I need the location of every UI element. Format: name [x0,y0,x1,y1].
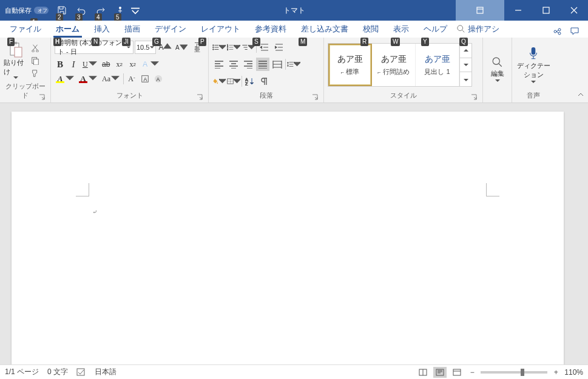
tab-insert[interactable]: 挿入N [87,21,117,38]
close-button[interactable] [560,0,588,21]
tab-review[interactable]: 校閲R [356,21,386,38]
paste-button[interactable]: 貼り付け [4,40,28,81]
ribbon: 貼り付け クリップボード 游明朝 (本文のフォント - 日 10.5 A A ア… [0,38,588,103]
clipboard-dialog-launcher[interactable] [38,94,46,101]
spellcheck-button[interactable] [76,368,86,377]
page-count[interactable]: 1/1 ページ [5,367,39,377]
search-icon [457,25,465,33]
svg-text:Z: Z [245,82,248,86]
superscript-button[interactable]: x2 [127,58,138,71]
svg-point-3 [458,25,463,31]
subscript-button[interactable]: x2 [114,58,125,71]
strikethrough-button[interactable]: ab [101,58,112,71]
svg-point-16 [212,49,214,50]
tab-view[interactable]: 表示W [386,21,416,38]
tab-draw[interactable]: 描画JI [117,21,147,38]
svg-text:3: 3 [227,49,228,51]
italic-button[interactable]: I [68,58,79,71]
tab-layout[interactable]: レイアウトP [194,21,248,38]
align-right-button[interactable] [242,58,255,71]
tab-help[interactable]: ヘルプY [416,21,455,38]
save-button[interactable]: 2 [53,2,70,18]
tab-home[interactable]: ホームH [49,21,87,38]
svg-point-15 [212,47,214,48]
group-editing: 編集 [483,38,512,102]
maximize-button[interactable] [532,0,560,21]
zoom-out-button[interactable]: − [467,368,477,377]
show-marks-button[interactable] [258,75,271,88]
redo-button[interactable]: 4 [92,2,109,18]
document-title: トマト [283,5,305,16]
share-button[interactable]: ZS [552,25,564,38]
increase-indent-button[interactable] [272,41,286,54]
ribbon-tabs: ファイルF ホームH 挿入N 描画JI デザインG レイアウトP 参考資料S 差… [0,21,588,38]
qat-customize[interactable] [131,2,140,18]
editing-button[interactable]: 編集 [487,40,508,99]
shrink-font-button[interactable]: A [174,41,189,54]
collapse-ribbon-button[interactable] [577,91,584,100]
group-clipboard: 貼り付け クリップボード [0,38,51,102]
dictation-button[interactable]: ディクテーション [516,40,551,90]
paragraph-mark: ⤶ [92,209,97,215]
zoom-slider[interactable] [481,371,547,374]
cut-button[interactable] [29,42,41,54]
distributed-button[interactable] [271,58,284,71]
style-no-spacing[interactable]: あア亜 ⌐ 行間詰め [372,44,416,86]
text-effects-button[interactable]: A [141,58,160,71]
word-count[interactable]: 0 文字 [47,367,68,377]
styles-dialog-launcher[interactable] [470,94,478,101]
styles-gallery[interactable]: あア亜 ⌐ 標準 あア亜 ⌐ 行間詰め あア亜 見出し 1 [328,43,472,87]
line-spacing-button[interactable] [287,58,300,71]
copy-button[interactable] [29,55,41,67]
tell-me[interactable]: 操作アシ Q [455,21,507,38]
zoom-in-button[interactable]: + [551,368,561,377]
svg-rect-28 [453,369,461,375]
sort-button[interactable]: AZ [243,75,257,88]
page[interactable]: ⤶ [12,112,564,364]
char-border-button[interactable]: A [140,72,150,86]
group-paragraph: 123 [209,38,324,102]
svg-text:A: A [157,76,160,82]
align-center-button[interactable] [227,58,240,71]
tab-references[interactable]: 参考資料S [248,21,294,38]
paragraph-dialog-launcher[interactable] [311,94,319,101]
print-layout-button[interactable] [433,367,447,378]
style-normal[interactable]: あア亜 ⌐ 標準 [328,44,372,86]
ribbon-display-button[interactable] [456,0,504,21]
web-layout-button[interactable] [450,367,464,378]
borders-button[interactable] [227,75,240,88]
zoom-level[interactable]: 110% [564,368,583,377]
align-left-button[interactable] [212,58,226,71]
undo-button[interactable]: 3 [73,2,90,18]
align-justify-button[interactable] [256,58,269,71]
svg-rect-25 [77,369,84,375]
styles-more[interactable] [459,44,471,86]
touch-mode-button[interactable]: 5 [112,2,129,18]
phonetic-guide-button[interactable]: Aˇ [126,72,137,86]
change-case-button[interactable]: Aa [101,72,121,86]
autosave[interactable]: 自動保存 オフ 1 [5,6,49,15]
read-mode-button[interactable] [416,367,430,378]
tab-file[interactable]: ファイルF [2,21,49,38]
autosave-toggle[interactable]: オフ [34,7,49,14]
autosave-label: 自動保存 [5,6,32,15]
shading-button[interactable] [212,75,226,88]
document-area[interactable]: ⤶ [0,103,588,364]
font-color-button[interactable]: A [78,72,98,86]
format-painter-button[interactable] [29,67,41,79]
svg-text:A: A [143,60,148,69]
minimize-button[interactable] [504,0,532,21]
char-shading-button[interactable]: A [153,72,164,86]
style-heading1[interactable]: あア亜 見出し 1 [416,44,459,86]
underline-button[interactable]: U [81,58,98,71]
language-button[interactable]: 日本語 [95,367,117,377]
comments-button[interactable]: ZC [569,25,581,38]
bullets-button[interactable] [212,41,226,54]
svg-rect-24 [532,47,536,55]
highlight-button[interactable]: A [55,72,75,86]
numbering-button[interactable]: 123 [227,41,240,54]
font-dialog-launcher[interactable] [196,94,203,101]
tab-design[interactable]: デザインG [147,21,194,38]
tab-mailings[interactable]: 差し込み文書M [294,21,356,38]
bold-button[interactable]: B [55,58,66,71]
